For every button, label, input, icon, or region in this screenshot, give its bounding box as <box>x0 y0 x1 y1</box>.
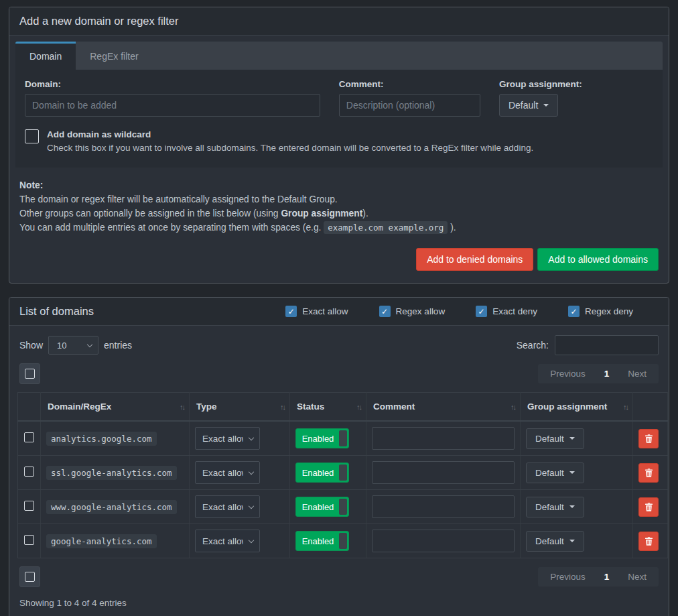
status-toggle[interactable]: Enabled <box>295 497 349 517</box>
sort-icon: ↑↓ <box>511 403 515 411</box>
tab-domain[interactable]: Domain <box>15 42 76 70</box>
row-group-dropdown[interactable]: Default <box>526 463 584 483</box>
filter-exact-allow[interactable]: ✓Exact allow <box>285 306 348 317</box>
status-label: Enabled <box>302 434 334 444</box>
search-control: Search: <box>517 335 659 355</box>
pagination-top: Previous 1 Next <box>538 364 659 383</box>
sort-icon: ↑↓ <box>623 403 628 411</box>
row-select-cell <box>18 421 41 456</box>
tab-regex-filter[interactable]: RegEx filter <box>76 42 152 70</box>
page-length-control: Show 10 entries <box>19 336 132 355</box>
table-row: ssl.google-analytics.com Exact allow Ena… <box>18 456 668 490</box>
search-input[interactable] <box>555 335 659 355</box>
note-line-2-text: Other groups can optionally be assigned … <box>19 208 281 219</box>
row-checkbox[interactable] <box>24 467 34 477</box>
group-assignment-value: Default <box>508 100 538 111</box>
note-line-2-bold: Group assignment <box>281 208 362 219</box>
chevron-down-icon <box>543 104 549 107</box>
column-header-domain[interactable]: Domain/RegEx↑↓ <box>41 393 190 422</box>
type-select[interactable]: Exact allow <box>195 461 260 484</box>
column-header-select <box>18 393 41 422</box>
type-select[interactable]: Exact allow <box>195 530 260 552</box>
type-select[interactable]: Exact allow <box>195 427 260 450</box>
domain-value: google-analytics.com <box>46 534 157 548</box>
checkbox-icon[interactable]: ✓ <box>379 306 391 317</box>
wildcard-text: Add domain as wildcard Check this box if… <box>47 129 533 153</box>
next-page-button[interactable]: Next <box>618 369 656 379</box>
tab-bar: Domain RegEx filter <box>15 42 663 70</box>
row-comment-input[interactable] <box>372 495 515 518</box>
checkbox-icon[interactable]: ✓ <box>568 306 580 317</box>
table-row: google-analytics.com Exact allow Enabled… <box>18 524 668 558</box>
page-length-select[interactable]: 10 <box>48 336 98 355</box>
row-status-cell: Enabled <box>290 490 366 524</box>
delete-button[interactable] <box>638 429 659 448</box>
domain-value: ssl.google-analytics.com <box>46 466 177 480</box>
filter-exact-deny[interactable]: ✓Exact deny <box>476 306 537 317</box>
delete-button[interactable] <box>638 463 659 483</box>
filter-regex-allow[interactable]: ✓Regex allow <box>379 306 446 317</box>
page-title: Add a new domain or regex filter <box>19 15 179 27</box>
chevron-down-icon <box>569 505 575 508</box>
column-header-group[interactable]: Group assignment↑↓ <box>521 393 633 422</box>
filter-label: Exact deny <box>492 306 537 316</box>
select-all-button-bottom[interactable] <box>19 566 40 587</box>
column-header-status[interactable]: Status↑↓ <box>290 393 366 422</box>
row-group-dropdown[interactable]: Default <box>526 531 584 552</box>
group-assignment-dropdown[interactable]: Default <box>499 94 558 117</box>
pagination-bottom: Previous 1 Next <box>538 567 659 587</box>
status-toggle[interactable]: Enabled <box>295 531 349 551</box>
wildcard-row: Add domain as wildcard Check this box if… <box>25 129 653 153</box>
show-label: Show <box>19 340 43 351</box>
row-checkbox[interactable] <box>24 432 34 442</box>
domain-input[interactable] <box>25 94 320 117</box>
table-controls: Show 10 entries Search: <box>17 334 661 362</box>
column-header-type[interactable]: Type↑↓ <box>190 393 290 422</box>
checkbox-icon[interactable]: ✓ <box>285 306 297 317</box>
add-filter-panel: Add a new domain or regex filter Domain … <box>9 7 669 284</box>
row-type-cell: Exact allow <box>190 524 290 558</box>
row-checkbox[interactable] <box>24 501 34 511</box>
row-group-dropdown[interactable]: Default <box>526 497 584 517</box>
select-all-button-top[interactable] <box>19 363 40 384</box>
delete-button[interactable] <box>638 497 659 517</box>
filter-regex-deny[interactable]: ✓Regex deny <box>568 306 633 317</box>
page-number[interactable]: 1 <box>595 369 619 379</box>
comment-input[interactable] <box>339 94 480 117</box>
row-group-cell: Default <box>521 456 633 490</box>
row-comment-input[interactable] <box>372 427 515 450</box>
row-status-cell: Enabled <box>290 421 366 456</box>
header-label: Type <box>196 402 217 412</box>
status-label: Enabled <box>302 536 334 546</box>
comment-field-group: Comment: <box>339 79 480 117</box>
row-checkbox[interactable] <box>24 535 34 545</box>
note-line-3-end: ). <box>448 223 456 233</box>
add-to-denied-button[interactable]: Add to denied domains <box>416 248 533 271</box>
delete-button[interactable] <box>638 532 659 551</box>
wildcard-description: Check this box if you want to involve al… <box>47 143 533 153</box>
status-toggle[interactable]: Enabled <box>295 463 349 483</box>
status-toggle[interactable]: Enabled <box>295 428 349 448</box>
entries-summary: Showing 1 to 4 of 4 entries <box>17 595 661 615</box>
page-number[interactable]: 1 <box>595 572 619 582</box>
previous-page-button[interactable]: Previous <box>541 572 595 582</box>
table-header-row: Domain/RegEx↑↓ Type↑↓ Status↑↓ Comment↑↓… <box>18 393 668 422</box>
row-comment-input[interactable] <box>372 530 515 552</box>
domain-value: analytics.google.com <box>46 432 157 446</box>
column-header-comment[interactable]: Comment↑↓ <box>366 393 521 422</box>
add-to-allowed-button[interactable]: Add to allowed domains <box>537 248 659 271</box>
checkbox-icon[interactable]: ✓ <box>476 306 487 317</box>
chevron-down-icon <box>569 471 575 474</box>
row-comment-input[interactable] <box>372 461 515 484</box>
sort-icon: ↑↓ <box>180 403 184 411</box>
next-page-button[interactable]: Next <box>618 572 656 582</box>
type-select[interactable]: Exact allow <box>195 495 260 518</box>
note-line-1: The domain or regex filter will be autom… <box>19 192 659 206</box>
row-group-dropdown[interactable]: Default <box>526 428 584 449</box>
row-status-cell: Enabled <box>290 524 366 558</box>
domain-value: www.google-analytics.com <box>46 500 177 514</box>
previous-page-button[interactable]: Previous <box>541 369 595 379</box>
table-row: www.google-analytics.com Exact allow Ena… <box>18 490 668 524</box>
group-value: Default <box>535 502 564 512</box>
wildcard-checkbox[interactable] <box>25 129 39 143</box>
